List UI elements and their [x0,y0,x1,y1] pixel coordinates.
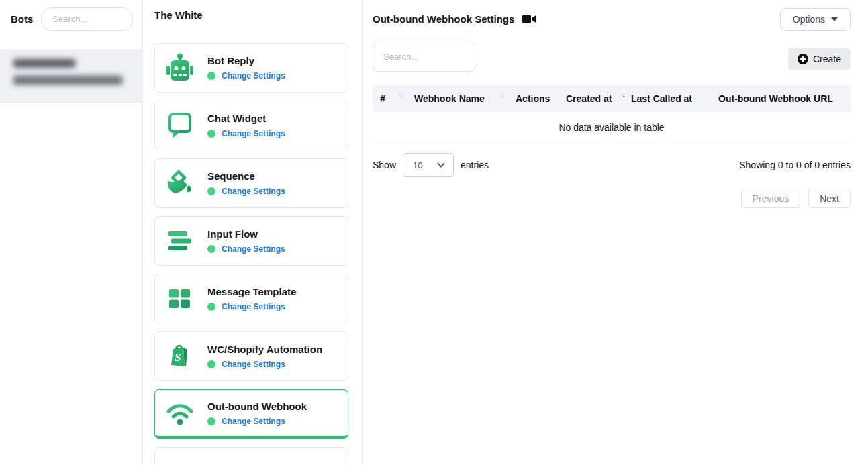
status-dot [207,417,215,425]
grid-icon [164,283,195,314]
bot-features-panel: The White Bot Reply Change Settings [143,0,363,465]
feature-title: Chat Widget [207,113,285,124]
shopify-bag-icon: S [164,341,195,372]
feature-card-shopify-automation[interactable]: S WC/Shopify Automation Change Settings [154,331,348,381]
empty-table-row: No data available in table [373,112,851,144]
plus-circle-icon [798,54,808,64]
page-size-value: 10 [413,160,422,170]
sort-icon: ↑↓ [397,90,402,98]
next-page-button[interactable]: Next [808,189,851,208]
feature-title: Out-bound Webhook [207,401,307,412]
feature-card-message-template[interactable]: Message Template Change Settings [154,274,348,323]
status-dot [207,187,215,195]
wifi-icon [164,398,195,429]
entries-label: entries [461,160,489,170]
feature-card-input-flow[interactable]: Input Flow Change Settings [154,216,348,266]
fill-drip-icon [164,168,195,199]
bars-icon [164,225,195,256]
webhook-search-input[interactable] [373,42,475,72]
bots-sidebar: Bots [0,0,143,465]
chat-bubble-icon [164,110,195,141]
feature-title: WC/Shopify Automation [207,344,322,355]
bot-phone-blurred [13,76,122,85]
change-settings-link[interactable]: Change Settings [222,244,285,254]
feature-title: Message Template [207,286,296,297]
page-size-select[interactable]: 10 [403,153,454,177]
options-button-label: Options [793,14,825,25]
sort-icon: ↑↓ [499,90,503,98]
feature-title: Sequence [207,170,285,182]
page-title: Out-bound Webhook Settings [373,13,514,25]
bot-list-item-selected[interactable] [0,49,142,103]
sort-icon-active: ↑↓ [620,90,624,98]
feature-card-bot-reply[interactable]: Bot Reply Change Settings [154,43,348,93]
options-button[interactable]: Options [780,8,851,31]
video-camera-icon[interactable] [522,13,536,25]
bot-title: The White [154,8,348,23]
column-header-last-called-at[interactable]: Last Called at [626,85,713,112]
feature-card-partial[interactable] [154,447,348,465]
sidebar-header: Bots [0,0,142,38]
status-dot [207,130,215,138]
empty-message: No data available in table [373,112,851,144]
column-header-created-at[interactable]: Created at ↑↓ [561,85,626,112]
status-dot [207,303,215,311]
create-button-label: Create [813,54,841,64]
change-settings-link[interactable]: Change Settings [222,187,285,196]
column-header-outbound-url[interactable]: Out-bound Webhook URL [713,85,851,112]
entries-summary: Showing 0 to 0 of 0 entries [739,160,851,170]
show-label: Show [373,160,396,170]
webhooks-table: # ↑↓ Webhook Name ↑↓ Actions Created at … [373,85,851,144]
sidebar-title: Bots [11,13,33,25]
robot-icon [164,52,195,83]
feature-card-chat-widget[interactable]: Chat Widget Change Settings [154,101,348,150]
feature-title: Bot Reply [207,55,285,66]
column-header-webhook-name[interactable]: Webhook Name ↑↓ [409,85,510,112]
status-dot [207,360,215,368]
svg-text:S: S [175,351,181,364]
status-dot [207,72,215,80]
change-settings-link[interactable]: Change Settings [222,71,285,81]
outbound-webhook-settings-panel: Out-bound Webhook Settings Options [363,0,868,465]
feature-card-outbound-webhook[interactable]: Out-bound Webhook Change Settings [154,389,348,439]
previous-page-button[interactable]: Previous [741,189,800,208]
change-settings-link[interactable]: Change Settings [222,417,285,426]
feature-card-sequence[interactable]: Sequence Change Settings [154,158,348,208]
chevron-down-icon [437,162,445,168]
change-settings-link[interactable]: Change Settings [222,360,285,369]
caret-down-icon [831,17,838,21]
bots-search-input[interactable] [41,7,133,31]
column-header-index[interactable]: # ↑↓ [373,85,409,112]
column-header-actions[interactable]: Actions [510,85,561,112]
change-settings-link[interactable]: Change Settings [222,302,285,311]
change-settings-link[interactable]: Change Settings [222,129,285,138]
status-dot [207,245,215,253]
create-button[interactable]: Create [788,48,851,70]
feature-title: Input Flow [207,228,285,240]
bot-name-blurred [13,59,75,68]
